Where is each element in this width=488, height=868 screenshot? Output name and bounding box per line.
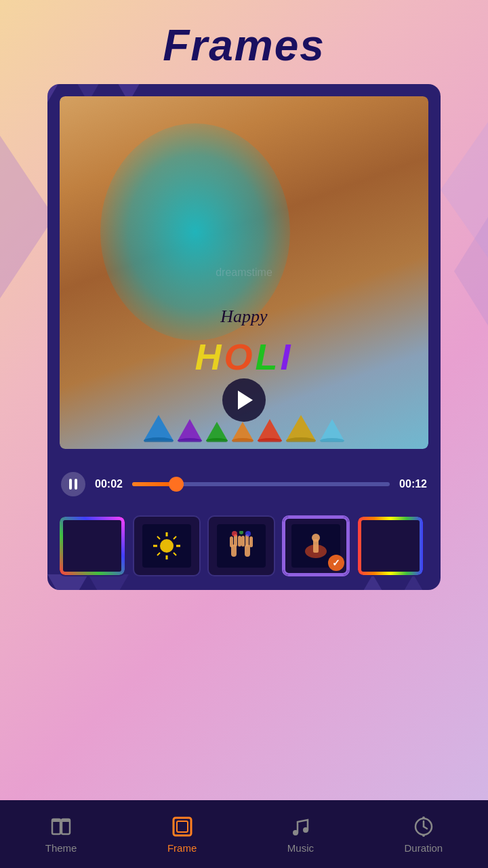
theme-icon [49,815,73,838]
nav-item-theme[interactable]: Theme [32,810,91,859]
nav-label-music: Music [287,842,314,854]
svg-rect-65 [52,819,60,822]
holi-l: L [256,336,281,377]
svg-marker-19 [178,419,202,441]
cone-3 [206,422,228,442]
holi-h: H [195,336,224,377]
svg-line-44 [157,553,160,555]
frame-3-decoration [224,531,258,561]
cone-4 [232,422,253,442]
holi-text: HOLI [60,336,428,378]
frame-inner-4: ✓ [283,517,348,575]
frame-item[interactable] [58,515,126,576]
cone-1 [144,415,174,442]
frame-icon [171,815,194,838]
frame-inner-3 [209,517,274,575]
photo-container: dreamstime Happy HOLI [60,96,428,449]
frame-2-decoration [152,531,182,561]
pause-bar-1 [69,479,72,490]
svg-point-70 [303,827,308,833]
svg-rect-66 [62,819,70,822]
cone-6 [286,415,316,442]
play-icon [238,391,253,410]
frames-strip: ✓ [47,507,441,590]
svg-line-73 [424,827,427,829]
svg-point-36 [160,539,174,553]
svg-point-55 [245,531,251,536]
svg-marker-17 [144,415,174,441]
svg-marker-29 [320,419,344,441]
bottom-nav: Theme Frame Music [0,800,488,868]
svg-rect-50 [249,536,253,547]
powder-cones [60,415,428,442]
pause-bar-2 [75,479,77,490]
svg-point-75 [422,834,425,837]
svg-marker-21 [206,422,228,441]
svg-point-54 [239,531,243,534]
svg-rect-68 [177,821,188,832]
frame-inner-2 [134,517,199,575]
svg-line-43 [174,536,176,539]
pause-button[interactable] [61,472,85,496]
cone-7 [320,419,344,442]
play-button[interactable] [222,378,266,422]
holi-i: I [281,336,293,377]
main-card: dreamstime Happy HOLI [47,84,441,590]
video-area: dreamstime Happy HOLI [60,96,428,449]
frame-item-selected[interactable]: ✓ [282,515,350,576]
frame-inner-1 [60,517,125,575]
pause-icon [69,479,77,490]
duration-icon [412,815,435,838]
cone-5 [258,419,282,442]
nav-item-frame[interactable]: Frame [154,810,210,859]
cone-2 [178,419,202,442]
svg-rect-67 [174,818,191,835]
music-icon [289,815,312,838]
svg-rect-48 [238,536,241,547]
frame-item[interactable] [357,515,424,576]
svg-marker-23 [232,422,253,441]
time-start: 00:02 [95,478,123,490]
progress-area: 00:02 00:12 [47,461,441,507]
svg-rect-52 [241,536,245,547]
progress-thumb[interactable] [169,477,184,492]
frame-item[interactable] [207,515,275,576]
progress-track[interactable] [132,482,390,486]
page-title: Frames [163,20,325,71]
svg-rect-46 [230,536,233,547]
time-end: 00:12 [399,478,427,490]
frame-item[interactable] [133,515,201,576]
svg-marker-27 [286,415,316,441]
selected-checkmark: ✓ [328,555,344,571]
page-content: Frames [0,0,488,868]
svg-point-53 [232,531,237,536]
nav-label-theme: Theme [45,842,77,854]
nav-item-music[interactable]: Music [274,810,327,859]
nav-item-duration[interactable]: Duration [391,810,457,859]
nav-label-duration: Duration [405,842,443,854]
svg-line-42 [174,553,176,555]
svg-point-69 [293,830,298,835]
happy-text: Happy [60,307,428,327]
holi-o: O [224,336,255,377]
svg-marker-25 [258,419,282,441]
nav-label-frame: Frame [167,842,197,854]
svg-line-41 [157,536,160,539]
frame-inner-5 [358,517,423,575]
svg-point-74 [422,816,425,819]
